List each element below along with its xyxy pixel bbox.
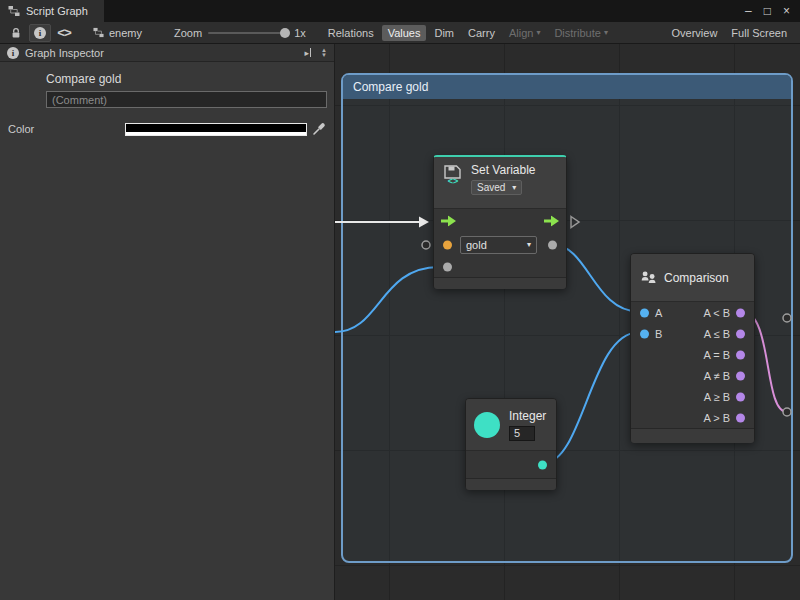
graph-asset-reference[interactable]: enemy [93,27,142,39]
maximize-button[interactable]: □ [764,4,771,18]
output-label: A ≤ B [704,328,730,340]
inspector-header-title: Graph Inspector [25,47,104,59]
variable-name-dropdown[interactable]: gold ▾ [460,236,537,254]
a-less-b-port[interactable] [736,308,745,317]
a-eq-b-port[interactable] [736,350,745,359]
expand-inspector-icon[interactable]: ▸ [305,48,312,58]
output-label: A ≠ B [704,370,730,382]
fullscreen-button[interactable]: Full Screen [725,25,793,41]
tab-script-graph[interactable]: Script Graph [0,0,104,22]
comparison-row: A = B [631,344,754,365]
graph-toolbar: i <> enemy Zoom 1x Relations Values Dim … [0,22,800,44]
toolbar-toggles: Relations Values Dim Carry Align▾ Distri… [322,25,614,41]
svg-text:<>: <> [448,176,459,185]
unity-script-graph-window: Script Graph – □ × i <> enemy [0,0,800,600]
panel-spinner[interactable]: ▲ ▼ [321,48,327,58]
input-b-label: B [655,328,662,340]
node-integer[interactable]: Integer 5 [465,398,557,490]
value-wire-integer-to-b [544,333,638,464]
toolbar-right: Overview Full Screen [666,25,795,41]
comparison-row: B A ≤ B [631,323,754,344]
node-set-variable[interactable]: <> Set Variable Saved ▾ [433,155,567,289]
distribute-dropdown-button[interactable]: Distribute▾ [548,25,613,41]
code-view-button[interactable]: <> [53,24,75,42]
comparison-header[interactable]: Comparison [631,254,754,302]
comparison-row: A ≥ B [631,386,754,407]
unconnected-port[interactable] [422,241,430,249]
flow-input-port[interactable] [441,216,456,227]
node-title: Comparison [664,271,729,285]
output-label: A < B [703,307,730,319]
output-label: A = B [703,349,730,361]
titlebar: Script Graph – □ × [0,0,800,22]
node-title: Set Variable [471,163,535,177]
code-icon: <> [57,25,71,40]
graph-asset-name: enemy [109,27,142,39]
color-field[interactable] [125,123,307,136]
integer-header[interactable]: Integer 5 [466,399,556,451]
flow-output-port[interactable] [544,216,559,227]
align-dropdown-button[interactable]: Align▾ [503,25,546,41]
values-button[interactable]: Values [382,25,427,41]
lock-icon [10,27,22,39]
chevron-down-icon: ▾ [527,241,531,249]
save-variable-icon: <> [442,163,464,185]
node-footer [631,428,754,443]
inspector-toggle-button[interactable]: i [29,24,51,42]
integer-output-port[interactable] [538,460,547,469]
node-footer [434,277,566,289]
info-icon: i [7,47,19,59]
close-button[interactable]: × [783,4,790,18]
a-greatereq-b-port[interactable] [736,392,745,401]
node-comparison[interactable]: Comparison A A < B B A ≤ B A = B [630,253,755,443]
flow-row [434,209,566,233]
zoom-slider-knob[interactable] [280,28,290,38]
comment-input[interactable]: (Comment) [46,91,327,108]
a-noteq-b-port[interactable] [736,371,745,380]
zoom-slider[interactable] [208,32,288,34]
literal-icon [474,412,500,438]
comparison-icon [640,269,657,286]
relations-button[interactable]: Relations [322,25,380,41]
graph-canvas[interactable]: Compare gold <> [335,44,800,600]
offscreen-port[interactable] [783,408,791,416]
value-input-row [434,257,566,277]
dim-button[interactable]: Dim [428,25,460,41]
chevron-down-icon: ▾ [604,29,608,37]
window-controls: – □ × [745,0,800,22]
comparison-row: A A < B [631,302,754,323]
variable-kind-dropdown[interactable]: Saved ▾ [471,180,522,195]
integer-value-input[interactable]: 5 [509,426,535,441]
comparison-row: A ≠ B [631,365,754,386]
color-label: Color [8,123,125,135]
inspected-graph-title: Compare gold [0,62,334,91]
comparison-row: A > B [631,407,754,428]
info-icon: i [34,27,46,39]
graph-inspector-header: i Graph Inspector ▸ ▲ ▼ [0,44,334,62]
eyedropper-icon[interactable] [312,122,326,136]
lock-button[interactable] [5,24,27,42]
value-output-port[interactable] [548,241,557,250]
offscreen-port[interactable] [783,314,791,322]
spinner-down-icon[interactable]: ▼ [321,53,327,58]
carry-button[interactable]: Carry [462,25,501,41]
script-graph-icon [8,5,20,17]
integer-port-row [466,451,556,478]
a-greater-b-port[interactable] [736,413,745,422]
tab-title: Script Graph [26,5,88,17]
set-variable-header[interactable]: <> Set Variable Saved ▾ [434,157,566,209]
variable-name-port[interactable] [443,241,452,250]
overview-button[interactable]: Overview [666,25,724,41]
flow-wire-arrowhead [419,217,429,228]
input-b-port[interactable] [640,329,649,338]
value-wire-left [335,267,439,332]
a-lesseq-b-port[interactable] [736,329,745,338]
node-title: Integer [509,409,546,423]
input-a-label: A [655,307,662,319]
unconnected-flow-port[interactable] [571,217,579,228]
zoom-control: Zoom 1x [174,27,306,39]
value-input-port[interactable] [443,263,452,272]
color-row: Color [0,122,334,136]
minimize-button[interactable]: – [745,4,752,18]
input-a-port[interactable] [640,308,649,317]
